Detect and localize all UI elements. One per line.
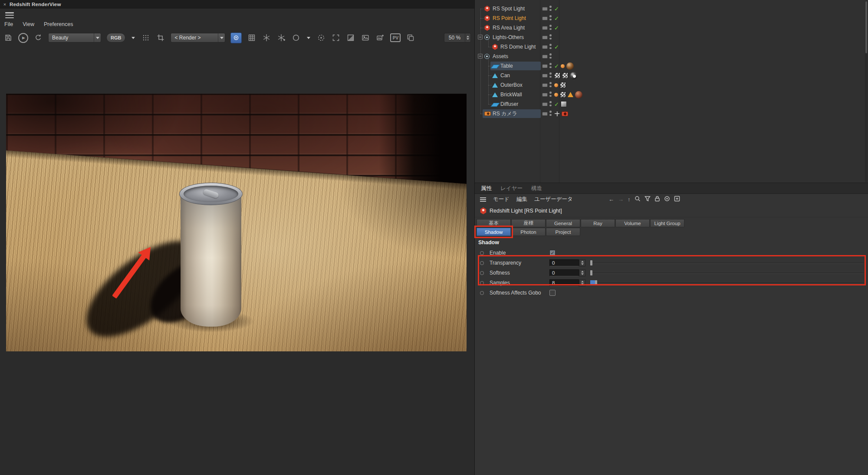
checkbox-softness-affects-gobo[interactable] — [549, 290, 556, 296]
render-visibility-dot[interactable] — [549, 114, 552, 116]
search-icon[interactable] — [635, 196, 641, 203]
render-visibility-dot[interactable] — [549, 95, 552, 97]
stepper-transparency[interactable] — [579, 259, 585, 266]
visibility-dots[interactable] — [549, 82, 552, 87]
visibility-dots[interactable] — [549, 6, 552, 11]
render-visibility-dot[interactable] — [549, 105, 552, 107]
pv-button[interactable]: PV — [390, 33, 401, 42]
keyframe-circle-icon[interactable] — [480, 261, 484, 265]
editor-visibility-dot[interactable] — [549, 82, 552, 84]
layer-chip[interactable] — [542, 102, 548, 106]
collapse-toggle-icon[interactable] — [478, 35, 483, 39]
refresh-icon[interactable] — [33, 33, 43, 43]
editor-visibility-dot[interactable] — [549, 63, 552, 65]
tab-light-group[interactable]: Light Group — [650, 219, 684, 227]
attr-menu-item[interactable]: 編集 — [516, 196, 527, 203]
pass-dropdown[interactable]: Beauty — [48, 33, 101, 43]
visibility-dots[interactable] — [549, 34, 552, 39]
region-render-button[interactable] — [230, 33, 242, 43]
attr-menu-item[interactable]: ユーザーデータ — [534, 196, 573, 203]
layer-chip[interactable] — [542, 83, 548, 87]
check-icon[interactable]: ✓ — [554, 25, 559, 31]
orange-dot-tag[interactable] — [561, 64, 565, 68]
channel-caret-icon[interactable] — [131, 33, 136, 43]
slider-softness[interactable] — [590, 269, 864, 276]
zoom-stepper[interactable] — [465, 33, 470, 42]
menu-preferences[interactable]: Preferences — [44, 21, 73, 27]
freeze-add-icon[interactable] — [276, 33, 286, 43]
object-row-rs-area-light[interactable]: RS Area Light✓ — [475, 23, 865, 33]
check-icon[interactable]: ✓ — [554, 6, 559, 12]
render-visibility-dot[interactable] — [549, 85, 552, 88]
scrollbar[interactable] — [865, 1, 868, 182]
visibility-dots[interactable] — [549, 44, 552, 49]
editor-visibility-dot[interactable] — [549, 25, 552, 27]
object-row-lights-others[interactable]: Lights-Others — [475, 33, 865, 42]
object-row-outerbox[interactable]: OuterBox — [475, 80, 865, 90]
layer-chip[interactable] — [542, 112, 548, 116]
editor-visibility-dot[interactable] — [549, 53, 552, 56]
render-visibility-dot[interactable] — [549, 66, 552, 69]
editor-visibility-dot[interactable] — [549, 101, 552, 103]
stepper-down-icon[interactable] — [581, 283, 584, 285]
slider-transparency[interactable] — [590, 259, 864, 266]
tab-project[interactable]: Project — [546, 228, 580, 236]
lock-icon[interactable] — [654, 196, 660, 203]
sphere-brick-tag[interactable] — [575, 91, 582, 98]
gray-swatch-tag[interactable] — [561, 101, 567, 107]
orange-dot-tag[interactable] — [554, 93, 558, 97]
crop-icon[interactable] — [156, 33, 165, 43]
slider-samples[interactable] — [590, 279, 864, 286]
stepper-up-icon[interactable] — [581, 271, 584, 272]
render-mode-dropdown[interactable]: < Render > — [171, 33, 225, 43]
render-visibility-dot[interactable] — [549, 19, 552, 21]
check-icon[interactable]: ✓ — [554, 44, 559, 50]
sphere-brown-tag[interactable] — [566, 62, 574, 70]
layer-chip[interactable] — [542, 7, 548, 11]
zoom-control[interactable]: 50 % — [444, 33, 471, 43]
stepper-down-icon[interactable] — [581, 263, 584, 265]
slider-handle[interactable] — [595, 280, 597, 285]
forward-arrow-icon[interactable]: → — [618, 196, 624, 203]
checker-tag[interactable] — [560, 92, 566, 98]
panel-tab-item[interactable]: 属性 — [481, 185, 492, 192]
object-row-rs-dome-light[interactable]: RS Dome Light✓ — [475, 42, 865, 52]
render-visibility-dot[interactable] — [549, 47, 552, 49]
keyframe-circle-icon[interactable] — [480, 281, 484, 285]
object-row-assets[interactable]: Assets — [475, 52, 865, 61]
triangle-tag[interactable] — [568, 92, 573, 97]
object-row-brickwall[interactable]: BrickWall — [475, 90, 865, 99]
tab-volume[interactable]: Volume — [615, 219, 650, 227]
dots-grid-icon[interactable] — [141, 33, 151, 43]
ab-compare-icon[interactable] — [346, 33, 355, 43]
value-field-transparency[interactable]: 0 — [549, 259, 579, 266]
attr-menu-item[interactable]: モード — [493, 196, 510, 203]
keyframe-circle-icon[interactable] — [480, 251, 484, 255]
object-row-rs[interactable]: RS カメラ — [475, 109, 865, 118]
editor-visibility-dot[interactable] — [549, 72, 552, 75]
object-row-can[interactable]: Can — [475, 71, 865, 80]
checkbox-enable[interactable]: ✓ — [549, 250, 556, 256]
editor-visibility-dot[interactable] — [549, 111, 552, 113]
grid-icon[interactable] — [247, 33, 256, 43]
visibility-dots[interactable] — [549, 101, 552, 106]
visibility-dots[interactable] — [549, 111, 552, 116]
render-visibility-dot[interactable] — [549, 57, 552, 59]
target-icon[interactable] — [664, 196, 670, 203]
hamburger-menu-icon[interactable] — [5, 12, 14, 18]
check-icon[interactable]: ✓ — [554, 102, 559, 107]
copy-icon[interactable] — [406, 33, 415, 43]
tab-ray[interactable]: Ray — [581, 219, 615, 227]
check-icon[interactable]: ✓ — [554, 16, 559, 21]
layer-chip[interactable] — [542, 93, 548, 97]
layer-chip[interactable] — [542, 64, 548, 68]
collapse-toggle-icon[interactable] — [478, 54, 483, 59]
object-row-rs-point-light[interactable]: RS Point Light✓ — [475, 13, 865, 23]
stepper-samples[interactable] — [579, 279, 585, 286]
fit-view-icon[interactable] — [331, 33, 341, 43]
tab-shadow[interactable]: Shadow — [477, 228, 511, 236]
play-button[interactable]: ▶ — [18, 33, 28, 43]
panel-tab-item[interactable]: 構造 — [531, 185, 542, 192]
value-field-softness[interactable]: 0 — [549, 269, 579, 276]
circle-caret-icon[interactable] — [306, 33, 311, 43]
